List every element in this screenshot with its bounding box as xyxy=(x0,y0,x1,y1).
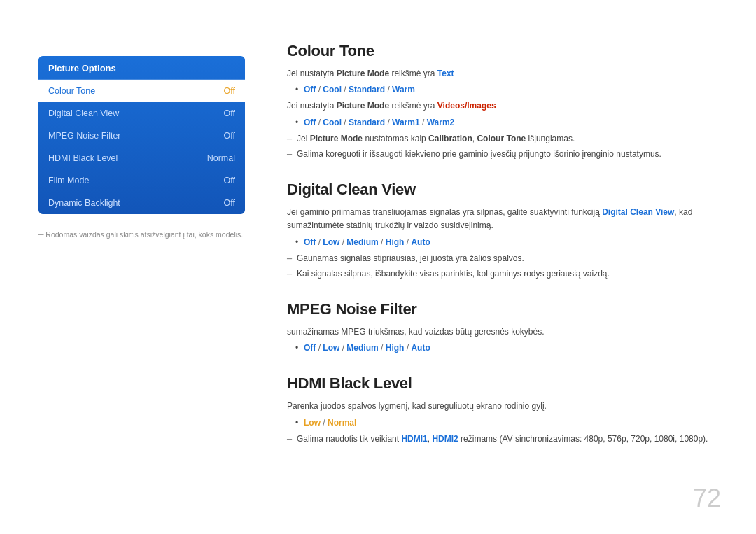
mpeg-noise-filter-value: Off xyxy=(224,131,235,141)
digital-clean-view-options-list: Off / Low / Medium / High / Auto xyxy=(295,236,721,249)
colour-tone-text-mode-intro: Jei nustatyta Picture Mode reikšmė yra T… xyxy=(287,67,721,80)
colour-tone-note1: Jei Picture Mode nustatomas kaip Calibra… xyxy=(287,132,721,146)
menu-item-colour-tone[interactable]: Colour Tone Off xyxy=(38,80,245,102)
digital-clean-view-option-item: Off / Low / Medium / High / Auto xyxy=(295,236,721,249)
film-mode-value: Off xyxy=(224,176,235,185)
colour-tone-value: Off xyxy=(224,86,235,96)
colour-tone-text-options: Off / Cool / Standard / Warm xyxy=(295,83,721,97)
colour-tone-note2: Galima koreguoti ir išsaugoti kiekvieno … xyxy=(287,148,721,161)
digital-clean-view-body: Jei gaminio priimamas transliuojamas sig… xyxy=(287,206,721,281)
hdmi-black-level-intro: Parenka juodos spalvos lygmenį, kad sure… xyxy=(287,400,721,413)
section-colour-tone: Colour Tone Jei nustatyta Picture Mode r… xyxy=(287,42,721,161)
mpeg-noise-filter-label: MPEG Noise Filter xyxy=(48,131,121,141)
colour-tone-section-title: Colour Tone xyxy=(287,42,721,60)
menu-item-hdmi-black-level[interactable]: HDMI Black Level Normal xyxy=(38,147,245,169)
mpeg-noise-filter-option-item: Off / Low / Medium / High / Auto xyxy=(295,342,721,355)
picture-options-title: Picture Options xyxy=(38,56,245,80)
picture-options-box: Picture Options Colour Tone Off Digital … xyxy=(38,56,245,214)
hdmi-black-level-note: Galima naudotis tik veikiant HDMI1, HDMI… xyxy=(287,433,721,446)
hdmi-black-level-options-list: Low / Normal xyxy=(295,416,721,430)
section-hdmi-black-level: HDMI Black Level Parenka juodos spalvos … xyxy=(287,374,721,446)
digital-clean-view-value: Off xyxy=(224,108,235,118)
mpeg-noise-filter-intro: sumažinamas MPEG triukšmas, kad vaizdas … xyxy=(287,325,721,339)
colour-tone-body: Jei nustatyta Picture Mode reikšmė yra T… xyxy=(287,67,721,161)
left-panel: Picture Options Colour Tone Off Digital … xyxy=(38,56,245,241)
colour-tone-label: Colour Tone xyxy=(48,86,95,96)
section-mpeg-noise-filter: MPEG Noise Filter sumažinamas MPEG triuk… xyxy=(287,300,721,355)
digital-clean-view-label: Digital Clean View xyxy=(48,108,119,118)
mpeg-noise-filter-section-title: MPEG Noise Filter xyxy=(287,300,721,318)
hdmi-black-level-option-item: Low / Normal xyxy=(295,416,721,430)
digital-clean-view-section-title: Digital Clean View xyxy=(287,181,721,199)
film-mode-label: Film Mode xyxy=(48,176,89,185)
digital-clean-view-note1: Gaunamas signalas stipriausias, jei juos… xyxy=(287,252,721,265)
dynamic-backlight-label: Dynamic Backlight xyxy=(48,198,120,208)
hdmi-black-level-value: Normal xyxy=(207,153,235,163)
digital-clean-view-note2: Kai signalas silpnas, išbandykite visas … xyxy=(287,267,721,281)
dynamic-backlight-value: Off xyxy=(224,198,235,208)
sidebar-footnote: Rodomas vaizdas gali skirtis atsižvelgia… xyxy=(38,230,245,241)
mpeg-noise-filter-options-list: Off / Low / Medium / High / Auto xyxy=(295,342,721,355)
colour-tone-video-mode-intro: Jei nustatyta Picture Mode reikšmė yra V… xyxy=(287,99,721,113)
mpeg-noise-filter-body: sumažinamas MPEG triukšmas, kad vaizdas … xyxy=(287,325,721,355)
colour-tone-text-option-item: Off / Cool / Standard / Warm xyxy=(295,83,721,97)
hdmi-black-level-body: Parenka juodos spalvos lygmenį, kad sure… xyxy=(287,400,721,446)
menu-item-dynamic-backlight[interactable]: Dynamic Backlight Off xyxy=(38,192,245,214)
section-digital-clean-view: Digital Clean View Jei gaminio priimamas… xyxy=(287,181,721,281)
menu-item-digital-clean-view[interactable]: Digital Clean View Off xyxy=(38,102,245,125)
colour-tone-video-option-item: Off / Cool / Standard / Warm1 / Warm2 xyxy=(295,116,721,129)
page-number: 72 xyxy=(693,484,721,513)
digital-clean-view-intro: Jei gaminio priimamas transliuojamas sig… xyxy=(287,206,721,232)
hdmi-black-level-section-title: HDMI Black Level xyxy=(287,374,721,393)
right-content: Colour Tone Jei nustatyta Picture Mode r… xyxy=(287,42,721,465)
colour-tone-video-options: Off / Cool / Standard / Warm1 / Warm2 xyxy=(295,116,721,129)
menu-item-mpeg-noise-filter[interactable]: MPEG Noise Filter Off xyxy=(38,125,245,147)
menu-item-film-mode[interactable]: Film Mode Off xyxy=(38,169,245,192)
hdmi-black-level-label: HDMI Black Level xyxy=(48,153,118,163)
